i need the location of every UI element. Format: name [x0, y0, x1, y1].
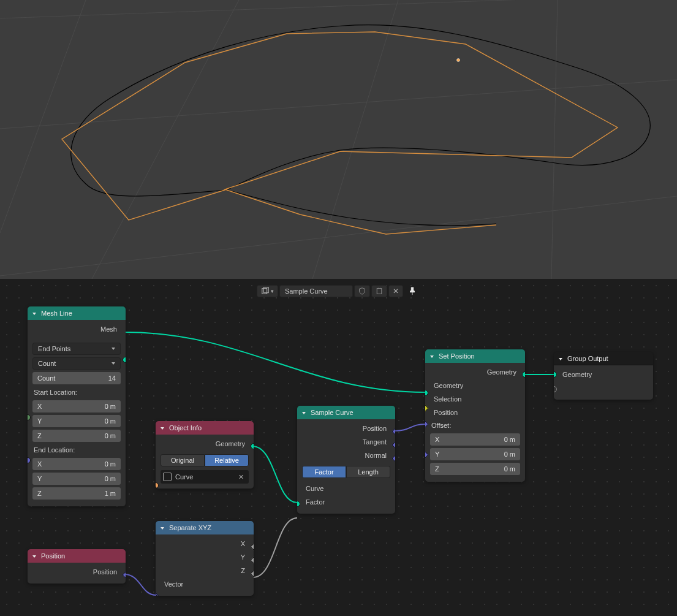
output-label: Geometry	[487, 368, 516, 376]
end-y-field[interactable]: Y0 m	[32, 473, 121, 485]
output-label-tangent: Tangent	[363, 438, 387, 446]
input-label-selection: Selection	[434, 395, 461, 403]
output-label: Geometry	[216, 440, 245, 447]
socket-geometry-out[interactable]	[522, 371, 525, 378]
input-label-geometry: Geometry	[434, 382, 463, 389]
clear-object-icon[interactable]: ✕	[236, 473, 246, 481]
offset-label: Offset:	[430, 419, 520, 432]
node-header[interactable]: Sample Curve	[297, 406, 395, 419]
start-z-field[interactable]: Z0 m	[32, 430, 121, 442]
chevron-down-icon[interactable]	[430, 352, 436, 360]
offset-x-field[interactable]: X0 m	[430, 433, 520, 446]
chevron-down-icon[interactable]	[302, 409, 308, 416]
socket-geometry-out[interactable]	[251, 443, 254, 449]
node-group-output[interactable]: Group Output Geometry	[554, 352, 653, 400]
socket-mesh-out[interactable]	[123, 357, 126, 363]
mesh-line-polyline	[62, 32, 618, 234]
object-field[interactable]: Curve ✕	[161, 470, 249, 484]
output-label-x: X	[241, 540, 245, 547]
chevron-down-icon[interactable]	[32, 552, 39, 560]
start-y-field[interactable]: Y0 m	[32, 415, 121, 427]
node-mesh-line[interactable]: Mesh Line Mesh End Points Count Count14 …	[28, 306, 126, 506]
node-sample-curve[interactable]: Sample Curve Position Tangent Normal Fac…	[297, 406, 395, 514]
node-position[interactable]: Position Position	[28, 549, 126, 584]
node-header[interactable]: Object Info	[156, 421, 254, 435]
offset-z-field[interactable]: Z0 m	[430, 463, 520, 475]
svg-line-4	[92, 0, 239, 279]
output-label-position: Position	[363, 425, 387, 432]
input-label-factor: Factor	[306, 498, 325, 506]
object-origin-dot	[457, 59, 460, 62]
end-location-label: End Location:	[32, 444, 121, 456]
node-set-position[interactable]: Set Position Geometry Geometry Selection…	[425, 349, 525, 482]
node-title: Sample Curve	[311, 409, 354, 416]
chevron-down-icon[interactable]	[161, 524, 167, 531]
output-label-y: Y	[241, 553, 245, 561]
node-object-info[interactable]: Object Info Geometry Original Relative C…	[156, 421, 254, 489]
svg-line-2	[0, 196, 677, 276]
input-label-curve: Curve	[306, 485, 323, 492]
viewport-3d[interactable]	[0, 0, 677, 279]
chevron-down-icon[interactable]	[32, 310, 39, 317]
node-editor[interactable]: ▾ Sample Curve ✕ Mesh Line	[0, 279, 677, 616]
node-title: Separate XYZ	[169, 524, 211, 531]
object-name: Curve	[175, 473, 193, 481]
start-x-field[interactable]: X0 m	[32, 400, 121, 413]
svg-line-6	[551, 0, 558, 279]
end-z-field[interactable]: Z1 m	[32, 487, 121, 500]
node-header[interactable]: Mesh Line	[28, 306, 126, 320]
output-label-z: Z	[241, 567, 245, 574]
svg-line-3	[0, 0, 86, 233]
node-header[interactable]: Group Output	[554, 352, 653, 365]
node-header[interactable]: Position	[28, 549, 126, 563]
node-header[interactable]: Set Position	[425, 349, 525, 363]
input-label-geometry: Geometry	[562, 371, 592, 378]
node-title: Position	[41, 552, 65, 560]
object-icon	[163, 473, 172, 481]
mode-select[interactable]: End Points	[32, 343, 121, 355]
length-button[interactable]: Length	[346, 466, 390, 478]
chevron-down-icon[interactable]	[161, 424, 167, 432]
offset-y-field[interactable]: Y0 m	[430, 448, 520, 460]
input-label-vector: Vector	[164, 580, 183, 588]
output-label-normal: Normal	[365, 452, 387, 459]
end-x-field[interactable]: X0 m	[32, 458, 121, 470]
node-title: Mesh Line	[41, 310, 72, 317]
node-title: Group Output	[567, 355, 608, 362]
start-location-label: Start Location:	[32, 386, 121, 398]
space-original-button[interactable]: Original	[161, 454, 205, 466]
viewport-grid	[0, 0, 677, 279]
count-mode-select[interactable]: Count	[32, 357, 121, 370]
node-title: Set Position	[439, 352, 475, 360]
output-label: Position	[93, 568, 117, 576]
curve-smooth	[71, 25, 651, 196]
svg-line-5	[312, 0, 398, 279]
svg-line-0	[0, 0, 677, 18]
node-separate-xyz[interactable]: Separate XYZ X Y Z Vector	[156, 521, 254, 596]
factor-button[interactable]: Factor	[302, 466, 346, 478]
output-label: Mesh	[100, 325, 117, 333]
count-field[interactable]: Count14	[32, 372, 121, 384]
node-header[interactable]: Separate XYZ	[156, 521, 254, 534]
input-label-position: Position	[434, 409, 458, 416]
space-relative-button[interactable]: Relative	[205, 454, 249, 466]
chevron-down-icon[interactable]	[559, 355, 565, 362]
node-title: Object Info	[169, 424, 202, 432]
curve-tail	[227, 190, 496, 226]
